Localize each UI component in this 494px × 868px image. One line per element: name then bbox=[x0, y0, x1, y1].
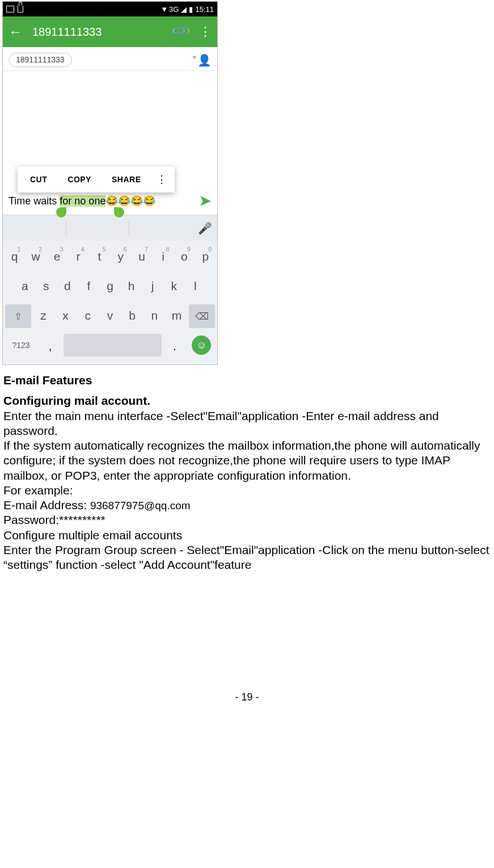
keyboard-row-3: ⇧ z x c v b n m ⌫ bbox=[5, 304, 215, 328]
key-w[interactable]: w2 bbox=[26, 245, 45, 269]
selection-menu-more-button[interactable]: ⋮ bbox=[151, 166, 172, 192]
app-icon bbox=[6, 6, 14, 12]
paragraph: For example: bbox=[3, 483, 491, 498]
selection-handle-right[interactable] bbox=[114, 207, 124, 217]
key-t[interactable]: t5 bbox=[90, 245, 109, 269]
space-key[interactable] bbox=[64, 334, 162, 357]
paragraph: Enter the Program Group screen - Select"… bbox=[3, 543, 491, 573]
key-k[interactable]: k bbox=[164, 275, 184, 299]
backspace-key[interactable]: ⌫ bbox=[189, 304, 215, 328]
cut-button[interactable]: CUT bbox=[20, 168, 57, 191]
app-bar: ← 18911111333 📎 ⋮ bbox=[3, 16, 217, 47]
key-n[interactable]: n bbox=[145, 304, 164, 328]
key-q[interactable]: q1 bbox=[5, 245, 24, 269]
key-a[interactable]: a bbox=[15, 275, 35, 299]
compose-input[interactable]: Time waits for no one😂😂😂😂 bbox=[9, 195, 155, 207]
keyboard-row-4: ?123 , . ☺ bbox=[5, 334, 215, 357]
key-l[interactable]: l bbox=[185, 275, 205, 299]
shift-key[interactable]: ⇧ bbox=[5, 304, 31, 328]
email-address-label: E-mail Address: bbox=[3, 498, 90, 511]
network-label: 3G bbox=[169, 5, 179, 14]
email-address-value: 936877975@qq.com bbox=[90, 500, 191, 511]
document-body: E-mail Features Configuring mail account… bbox=[2, 365, 492, 572]
keyboard-suggestion-bar: 🎤 bbox=[3, 215, 217, 241]
heading-configuring-mail: Configuring mail account. bbox=[3, 393, 491, 408]
overflow-menu-button[interactable]: ⋮ bbox=[199, 24, 212, 39]
attach-button[interactable]: 📎 bbox=[171, 21, 192, 42]
key-o[interactable]: o9 bbox=[175, 245, 193, 269]
paragraph: E-mail Address: 936877975@qq.com bbox=[3, 498, 491, 513]
key-b[interactable]: b bbox=[123, 304, 142, 328]
voice-input-button[interactable]: 🎤 bbox=[192, 221, 217, 235]
lock-icon bbox=[18, 6, 23, 12]
phone-screenshot: ▾ 3G ◢ ▮ 15:11 ← 18911111333 📎 ⋮ 1891111… bbox=[2, 1, 218, 365]
key-p[interactable]: p0 bbox=[196, 245, 215, 269]
key-f[interactable]: f bbox=[79, 275, 99, 299]
compose-emojis: 😂😂😂😂 bbox=[105, 195, 155, 207]
message-body-area[interactable] bbox=[3, 71, 217, 172]
symbols-key[interactable]: ?123 bbox=[5, 334, 37, 357]
key-e[interactable]: e3 bbox=[48, 245, 66, 269]
heading-email-features: E-mail Features bbox=[3, 373, 491, 388]
keyboard-row-2: a s d f g h j k l bbox=[5, 275, 215, 299]
share-button[interactable]: SHARE bbox=[102, 168, 151, 191]
paragraph: Password:********** bbox=[3, 513, 491, 527]
key-r[interactable]: r4 bbox=[69, 245, 87, 269]
copy-button[interactable]: COPY bbox=[57, 168, 102, 191]
selection-handle-left[interactable] bbox=[56, 207, 66, 217]
wifi-icon: ▾ bbox=[162, 4, 167, 14]
key-x[interactable]: x bbox=[56, 304, 75, 328]
key-h[interactable]: h bbox=[122, 275, 141, 299]
paragraph: Configure multiple email accounts bbox=[3, 528, 491, 543]
key-j[interactable]: j bbox=[143, 275, 162, 299]
back-button[interactable]: ← bbox=[9, 24, 22, 40]
comma-key[interactable]: , bbox=[39, 334, 61, 357]
key-m[interactable]: m bbox=[167, 304, 187, 328]
suggestion-slot-3[interactable] bbox=[129, 220, 192, 237]
key-i[interactable]: i8 bbox=[154, 245, 172, 269]
paragraph: Enter the main menu interface -Select"Em… bbox=[3, 409, 491, 439]
period-key[interactable]: . bbox=[164, 334, 186, 357]
text-selection-menu: CUT COPY SHARE ⋮ bbox=[18, 166, 175, 192]
key-z[interactable]: z bbox=[33, 304, 53, 328]
key-c[interactable]: c bbox=[78, 304, 98, 328]
page-number: - 19 - bbox=[2, 691, 492, 708]
signal-icon: ◢ bbox=[181, 5, 187, 14]
key-g[interactable]: g bbox=[100, 275, 120, 299]
emoji-key[interactable]: ☺ bbox=[188, 334, 215, 357]
compose-text-prefix: Time waits bbox=[9, 195, 60, 207]
key-y[interactable]: y6 bbox=[111, 245, 130, 269]
key-u[interactable]: u7 bbox=[132, 245, 151, 269]
recipient-row: 18911111333 +👤 bbox=[3, 47, 217, 71]
key-s[interactable]: s bbox=[37, 275, 56, 299]
key-d[interactable]: d bbox=[58, 275, 77, 299]
suggestion-slot-2[interactable] bbox=[66, 220, 129, 237]
suggestion-slot-1[interactable] bbox=[3, 220, 66, 237]
conversation-title: 18911111333 bbox=[32, 26, 174, 39]
battery-icon: ▮ bbox=[189, 5, 193, 14]
smile-icon: ☺ bbox=[192, 336, 211, 355]
add-contact-button[interactable]: +👤 bbox=[197, 53, 212, 67]
key-v[interactable]: v bbox=[100, 304, 120, 328]
keyboard-row-1: q1 w2 e3 r4 t5 y6 u7 i8 o9 p0 bbox=[5, 245, 215, 269]
paragraph: If the system automatically recognizes t… bbox=[3, 438, 491, 483]
status-bar: ▾ 3G ◢ ▮ 15:11 bbox=[3, 2, 217, 16]
soft-keyboard: q1 w2 e3 r4 t5 y6 u7 i8 o9 p0 a s d f g … bbox=[3, 241, 217, 364]
send-button[interactable]: ➤ bbox=[199, 191, 212, 210]
recipient-chip[interactable]: 18911111333 bbox=[9, 53, 72, 67]
compose-text-selected: for no one bbox=[60, 195, 105, 207]
clock: 15:11 bbox=[195, 5, 214, 14]
